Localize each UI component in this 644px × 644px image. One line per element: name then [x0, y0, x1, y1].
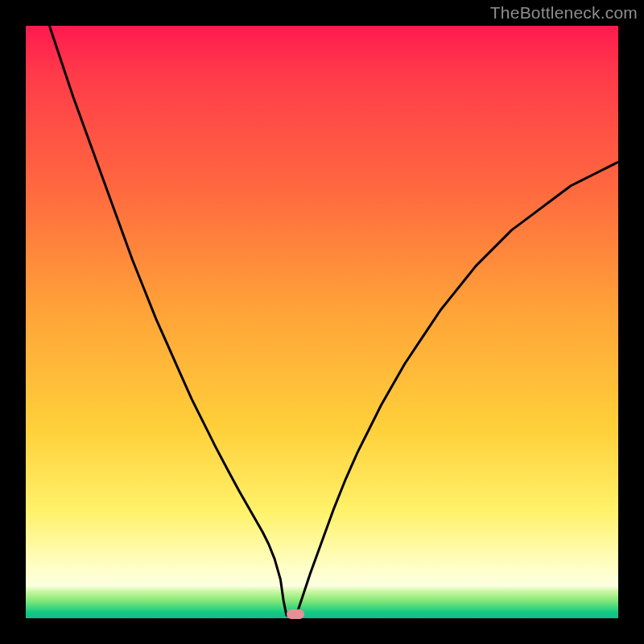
watermark-text: TheBottleneck.com — [490, 3, 638, 23]
minimum-marker — [287, 609, 304, 619]
outer-frame: TheBottleneck.com — [0, 0, 644, 644]
bottleneck-curve — [26, 26, 618, 618]
plot-area — [26, 26, 618, 618]
